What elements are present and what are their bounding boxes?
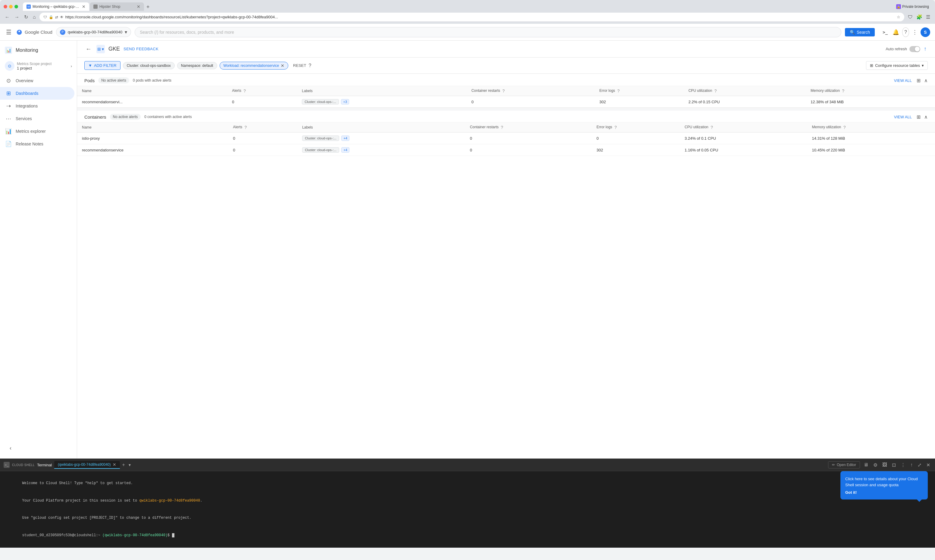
tab-favicon-monitoring: M <box>26 5 31 9</box>
tab-monitoring[interactable]: M Monitoring – qwiklabs-gcp-00-... ✕ <box>23 2 89 11</box>
pods-restarts-help[interactable]: ? <box>502 89 505 93</box>
pods-col-alerts: Alerts ? <box>227 86 297 96</box>
sidebar-collapse-button[interactable]: ‹ <box>5 443 16 454</box>
close-button[interactable] <box>4 5 7 8</box>
pods-expand-icon[interactable]: ∧ <box>924 78 928 83</box>
bookmark-icon[interactable]: ☆ <box>897 15 900 19</box>
pods-alerts-help[interactable]: ? <box>243 89 246 93</box>
user-avatar[interactable]: S <box>921 28 930 37</box>
help-button[interactable]: ? <box>902 28 909 37</box>
tab-close-monitoring[interactable]: ✕ <box>82 4 86 9</box>
permissions-icon: 👁 <box>60 15 63 19</box>
containers-restarts-help[interactable]: ? <box>501 125 503 130</box>
cloud-shell-tab[interactable]: (qwiklabs-gcp-00-74d8fea90040) ✕ <box>54 461 120 469</box>
pods-memory-help[interactable]: ? <box>842 89 844 93</box>
sidebar-collapse-area: ‹ <box>0 440 77 456</box>
search-button[interactable]: 🔍 Search <box>845 28 875 37</box>
containers-col-name: Name <box>77 123 228 132</box>
shell-more-button[interactable]: ⋮ <box>900 461 907 469</box>
new-tab-button[interactable]: + <box>145 3 151 11</box>
shell-settings-button[interactable]: ⚙ <box>872 461 879 469</box>
search-bar[interactable]: Search (/) for resources, docs, products… <box>135 27 841 37</box>
configure-tables-button[interactable]: ⊞ Configure resource tables ▾ <box>866 61 928 70</box>
section-divider <box>77 108 935 110</box>
back-nav-button[interactable]: ← <box>4 13 11 21</box>
containers-col-alerts: Alerts ? <box>228 123 297 132</box>
cloud-shell-button[interactable]: >_ <box>881 28 890 37</box>
filter-chip-workload[interactable]: Workload: recommendationservice ✕ <box>220 62 288 69</box>
terminal-line-1: Welcome to Cloud Shell! Type "help" to g… <box>5 475 930 492</box>
reset-label: RESET <box>293 63 306 68</box>
filter-chip-namespace[interactable]: Namespace: default <box>177 62 217 69</box>
minimize-button[interactable] <box>9 5 13 8</box>
cloud-shell-tab-close[interactable]: ✕ <box>112 462 116 467</box>
filter-help-button[interactable]: ? <box>308 63 311 68</box>
shell-terminal-button[interactable]: 🖥 <box>863 461 870 469</box>
sidebar-item-metrics-explorer[interactable]: 📊 Metrics explorer <box>0 125 74 138</box>
open-editor-button[interactable]: ✏ Open Editor <box>828 461 860 468</box>
cloud-shell-title: Terminal <box>37 463 52 467</box>
tooltip-arrow <box>917 500 922 502</box>
add-filter-button[interactable]: ▼ ADD FILTER <box>84 61 120 70</box>
containers-memory-help[interactable]: ? <box>843 125 846 130</box>
more-options-button[interactable]: ⋮ <box>910 27 920 37</box>
pods-cpu-help[interactable]: ? <box>715 89 717 93</box>
sidebar-item-integrations[interactable]: ⇢ Integrations <box>0 100 74 112</box>
shield-action-button[interactable]: 🛡 <box>907 13 914 21</box>
send-feedback-button[interactable]: SEND FEEDBACK <box>123 47 159 51</box>
reset-filter-button[interactable]: RESET <box>293 63 306 68</box>
containers-expand-icon[interactable]: ∧ <box>924 114 928 120</box>
pods-errorlogs-help[interactable]: ? <box>617 89 619 93</box>
filter-chip-workload-close[interactable]: ✕ <box>281 63 284 68</box>
tabs-row: M Monitoring – qwiklabs-gcp-00-... ✕ Hip… <box>23 2 891 11</box>
table-row[interactable]: istio-proxy 0 Cluster: cloud-ops-:... +4… <box>77 132 935 144</box>
containers-errorlogs-help[interactable]: ? <box>615 125 617 130</box>
shell-close-button[interactable]: ✕ <box>925 461 931 469</box>
pod-label-more[interactable]: +3 <box>341 99 349 105</box>
got-it-button[interactable]: Got it! <box>845 490 857 495</box>
filter-chip-workload-label: Workload: recommendationservice <box>223 63 279 68</box>
cloud-shell-header: >_ CLOUD SHELL Terminal (qwiklabs-gcp-00… <box>0 459 935 471</box>
forward-nav-button[interactable]: → <box>13 13 20 21</box>
metrics-scope-item[interactable]: ⊙ Metrics Scope project 1 project › <box>5 61 72 71</box>
home-button[interactable]: ⌂ <box>32 13 37 21</box>
auto-refresh-toggle[interactable] <box>909 46 920 52</box>
filter-chip-namespace-label: Namespace: default <box>181 63 213 68</box>
shell-split-button[interactable]: ⊡ <box>891 461 897 469</box>
project-selector[interactable]: P qwiklabs-gcp-00-74d8fea90040 ▾ <box>56 27 131 37</box>
table-row[interactable]: recommendationservice 0 Cluster: cloud-o… <box>77 144 935 156</box>
extensions-button[interactable]: 🧩 <box>915 13 924 21</box>
containers-alerts-help[interactable]: ? <box>245 125 247 130</box>
cloud-shell-dropdown-button[interactable]: ▾ <box>129 462 131 467</box>
back-button[interactable]: ← <box>84 44 93 54</box>
shell-preview-button[interactable]: 🖼 <box>881 461 888 469</box>
tab-close-hipster[interactable]: ✕ <box>137 4 140 9</box>
sidebar-item-services[interactable]: ⋯ Services <box>0 112 74 125</box>
pods-view-all-button[interactable]: VIEW ALL <box>894 78 912 83</box>
panel-collapse-button[interactable]: ↑ <box>923 45 928 53</box>
container-label-more-0[interactable]: +4 <box>341 135 350 141</box>
shell-expand-button[interactable]: ⤢ <box>917 461 923 469</box>
containers-view-all-button[interactable]: VIEW ALL <box>894 115 912 119</box>
hamburger-button[interactable]: ☰ <box>5 28 13 37</box>
address-bar[interactable]: 🛡 🔒 ⇄ 👁 https://console.cloud.google.com… <box>40 13 904 22</box>
containers-cpu-help[interactable]: ? <box>710 125 713 130</box>
sidebar-item-overview[interactable]: ⊙ Overview <box>0 74 74 87</box>
cloud-shell-icon: >_ <box>4 462 10 468</box>
menu-button[interactable]: ☰ <box>925 13 931 21</box>
gke-breadcrumb-icon[interactable]: ⊞ ▾ <box>96 45 105 53</box>
container-label-more-1[interactable]: +4 <box>341 147 350 153</box>
table-row[interactable]: recommendationservi... 0 Cluster: cloud-… <box>77 96 935 108</box>
notifications-button[interactable]: 🔔 <box>891 27 901 37</box>
maximize-button[interactable] <box>14 5 18 8</box>
refresh-button[interactable]: ↻ <box>23 13 29 21</box>
sidebar-item-dashboards[interactable]: ⊞ Dashboards <box>0 87 74 100</box>
cloud-shell-add-tab-button[interactable]: + <box>122 462 125 468</box>
sidebar-item-release-notes[interactable]: 📄 Release Notes <box>0 138 74 150</box>
tab-hipster[interactable]: Hipster Shop ✕ <box>90 2 144 11</box>
shell-collapse-up-button[interactable]: ↑ <box>909 461 914 469</box>
pods-col-cpu: CPU utilization ? <box>684 86 806 96</box>
containers-grid-icon[interactable]: ⊞ <box>917 114 921 120</box>
pods-grid-icon[interactable]: ⊞ <box>917 78 921 83</box>
filter-chip-cluster[interactable]: Cluster: cloud-ops-sandbox <box>123 62 175 69</box>
